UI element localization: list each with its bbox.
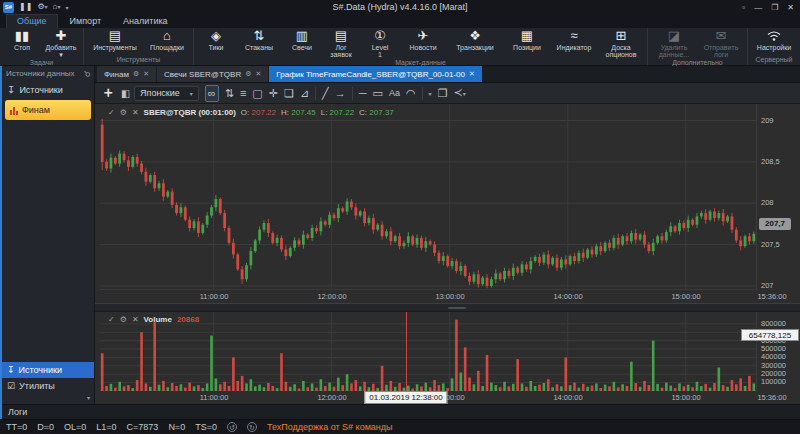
- volume-time-axis[interactable]: 11:00:00 12:00:00 13:00:00 14:00:00 15:0…: [95, 391, 800, 404]
- orderlog-clipboard-icon: ▤: [335, 29, 347, 43]
- pane-splitter[interactable]: [95, 303, 800, 312]
- level1-button[interactable]: ①Level 1: [361, 29, 399, 58]
- candles-button[interactable]: ▥Свечи: [283, 29, 321, 51]
- link-tool-icon[interactable]: ∞: [205, 85, 219, 102]
- positions-button[interactable]: ▦Позиции: [504, 29, 550, 51]
- pause-icon[interactable]: ❚❚: [19, 2, 32, 12]
- options-board-icon: ⊞: [616, 29, 627, 43]
- app-logo: S#: [3, 2, 14, 13]
- volume-cursor-value: 20868: [177, 315, 199, 324]
- indicator-button[interactable]: ≈Индикатор: [551, 29, 597, 51]
- arc-tool-icon[interactable]: ◠: [406, 86, 416, 101]
- crosshair-icon[interactable]: ✛: [269, 86, 278, 101]
- feedback-icon[interactable]: ▫: [742, 3, 745, 12]
- more-tools-dropdown-icon[interactable]: ▾: [429, 90, 432, 97]
- sidebar-item-sources[interactable]: ↧ Источники: [2, 81, 94, 98]
- arrow-tool-icon[interactable]: →: [335, 86, 346, 101]
- indicator-curve-icon: ≈: [570, 29, 577, 43]
- line-tool-icon[interactable]: ╱: [322, 86, 329, 101]
- pin-icon[interactable]: ⚲: [82, 68, 93, 79]
- settings-button[interactable]: Настройки: [751, 29, 797, 51]
- close-icon[interactable]: ✕: [132, 315, 139, 324]
- close-icon[interactable]: ✕: [143, 70, 149, 78]
- tab-finam[interactable]: Финам ⚙ ✕: [97, 66, 156, 82]
- high-value: 207.45: [291, 108, 315, 117]
- minimize-button[interactable]: —: [754, 3, 762, 12]
- add-button[interactable]: ✚Добавить ▾: [42, 29, 80, 58]
- mail-icon: ✉: [716, 29, 727, 43]
- news-button[interactable]: ✈Новости: [400, 29, 446, 51]
- candle-type-select[interactable]: Японские ▾: [134, 86, 199, 101]
- transactions-button[interactable]: ❖Транзакции: [447, 29, 503, 51]
- rect-tool-icon[interactable]: ▭: [372, 86, 382, 101]
- ribbon-group-market-data: ◈Тики ⇅Стаканы ▥Свечи ▤Лог заявок ①Level…: [194, 28, 648, 65]
- volume-chart[interactable]: ✓ ⚙ ✕ Volume 20868: [100, 312, 756, 391]
- volume-series-name: Volume: [144, 315, 172, 324]
- stop-button[interactable]: ▮▮Стоп: [3, 29, 41, 51]
- ribbon-tab-common[interactable]: Общие: [6, 14, 58, 28]
- ticks-button[interactable]: ◈Тики: [197, 29, 235, 51]
- logs-panel-header[interactable]: Логи: [0, 404, 800, 419]
- instruments-button[interactable]: ▤Инструменты: [87, 29, 143, 51]
- gear-icon[interactable]: ⚙: [120, 315, 127, 324]
- hline-tool-icon[interactable]: ─: [359, 86, 367, 101]
- sidebar-item-finam[interactable]: Финам: [5, 100, 91, 120]
- chevron-down-icon: ▾: [190, 90, 193, 97]
- close-button[interactable]: ✕: [787, 3, 794, 12]
- statusbar: TT=0 D=0 OL=0 L1=0 C=7873 N=0 TS=0 ↺ ↻ Т…: [0, 419, 800, 434]
- gear-icon[interactable]: ⚙: [120, 108, 127, 117]
- candle-style-icon: ▮▯: [121, 88, 128, 99]
- candlestick-chart[interactable]: ✓ ⚙ ✕ SBER@TQBR (00:01:00) O: 207.22 H: …: [100, 104, 756, 290]
- status-back-icon[interactable]: ↺: [227, 422, 237, 432]
- support-link[interactable]: ТехПоддержка от S# команды: [267, 422, 393, 432]
- instrument-doc-icon: ▤: [109, 29, 121, 43]
- news-plane-icon: ✈: [418, 29, 429, 43]
- add-series-button[interactable]: ＋: [101, 84, 115, 102]
- erase-icon: ◪: [668, 29, 680, 43]
- page-icon[interactable]: ▢: [252, 86, 262, 101]
- positions-window-icon: ▦: [521, 29, 533, 43]
- status-forward-icon[interactable]: ↻: [247, 422, 257, 432]
- comment-icon[interactable]: ❏: [284, 86, 294, 101]
- red-bars-icon: [10, 106, 18, 115]
- close-icon[interactable]: ✕: [469, 70, 475, 78]
- gear-icon[interactable]: ⚙: [245, 70, 251, 78]
- gear-icon[interactable]: ⚙▾: [37, 2, 47, 12]
- nav-overflow-button[interactable]: ▾: [2, 394, 94, 404]
- list-icon[interactable]: ≡: [240, 86, 246, 101]
- snap-corner-icon[interactable]: ⊿: [300, 86, 309, 101]
- quickbar-dropdown-icon[interactable]: ▾: [65, 4, 68, 11]
- exchanges-button[interactable]: ⌂Площадки: [144, 29, 190, 51]
- text-tool-icon[interactable]: Аа: [389, 88, 400, 98]
- tab-chart-timeframecandle[interactable]: График TimeFrameCandle_SBER@TQBR_00-01-0…: [269, 66, 481, 82]
- export-icon[interactable]: ❐: [438, 86, 448, 101]
- close-icon[interactable]: ✕: [132, 108, 139, 117]
- maximize-button[interactable]: ❐: [771, 3, 778, 12]
- share-icon[interactable]: ≺▾: [454, 85, 466, 102]
- download-tray-icon: ↧: [7, 84, 15, 95]
- ribbon-tab-analytics[interactable]: Аналитика: [113, 15, 178, 28]
- sort-arrows-icon[interactable]: ⇅: [225, 86, 234, 101]
- nav-item-utilities[interactable]: ☑ Утилиты: [2, 378, 94, 394]
- ribbon-tab-import[interactable]: Импорт: [60, 15, 111, 28]
- ribbon-group-tasks: ▮▮Стоп ✚Добавить ▾ Задачи: [0, 28, 84, 65]
- cursor-volume-value: 654778,125: [741, 329, 799, 341]
- ticks-icon: ◈: [211, 29, 221, 43]
- open-value: 207.22: [252, 108, 276, 117]
- price-axis[interactable]: 209 208,5 208 207,5 207 207,7: [756, 104, 800, 290]
- home-icon[interactable]: ⌂▾: [53, 2, 61, 12]
- tab-candles-sber[interactable]: Свечи SBER@TQBR ⚙ ✕: [157, 66, 268, 82]
- orderlog-button[interactable]: ▤Лог заявок: [322, 29, 360, 58]
- delete-data-button[interactable]: ◪Удалить данные...: [651, 29, 697, 58]
- visible-check-icon[interactable]: ✓: [108, 108, 115, 117]
- gear-icon[interactable]: ⚙: [133, 70, 139, 78]
- nav-item-sources[interactable]: ↧ Источники: [2, 362, 94, 378]
- options-board-button[interactable]: ⊞Доска опционов: [598, 29, 644, 58]
- visible-check-icon[interactable]: ✓: [108, 315, 115, 324]
- send-logs-button[interactable]: ✉Отправить логи: [698, 29, 744, 58]
- orderbooks-button[interactable]: ⇅Стаканы: [236, 29, 282, 51]
- chart-region: ✓ ⚙ ✕ SBER@TQBR (00:01:00) O: 207.22 H: …: [95, 104, 800, 404]
- close-icon[interactable]: ✕: [255, 70, 261, 78]
- candle-time-axis[interactable]: 11:00:00 12:00:00 13:00:00 14:00:00 15:0…: [95, 290, 800, 303]
- volume-axis[interactable]: 800000 700000 600000 500000 400000 30000…: [756, 312, 800, 391]
